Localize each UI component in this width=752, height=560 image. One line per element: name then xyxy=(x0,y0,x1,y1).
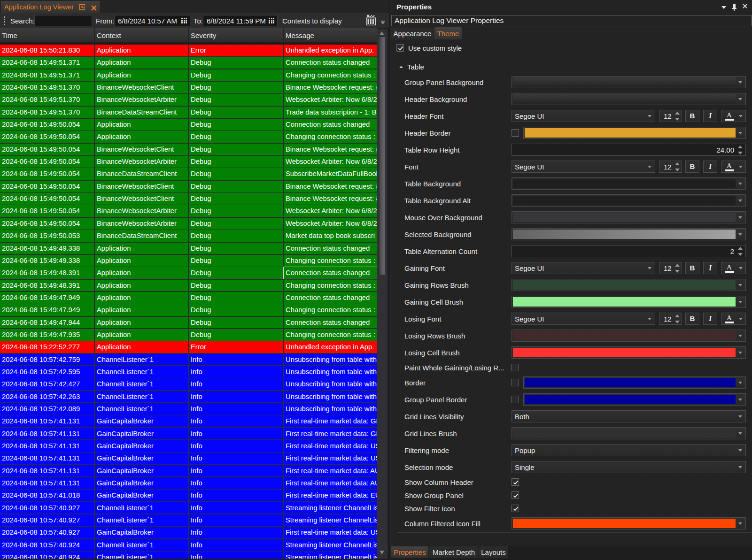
log-row[interactable]: 2024-06-08 15:49:47.935ApplicationDebugC… xyxy=(0,329,378,341)
log-row[interactable]: 2024-06-08 15:49:48.391ApplicationDebugC… xyxy=(0,267,378,279)
toolbar-grip[interactable] xyxy=(4,16,5,26)
log-cell-time[interactable]: 2024-06-08 15:49:49.338 xyxy=(0,255,94,267)
spin-up-icon[interactable] xyxy=(675,264,680,267)
log-row[interactable]: 2024-06-08 10:57:42.089ChannelListener`1… xyxy=(0,403,378,415)
log-cell-severity[interactable]: Info xyxy=(189,378,283,390)
log-cell-context[interactable]: Application xyxy=(95,329,188,341)
calendar-icon[interactable] xyxy=(269,18,274,23)
dropdown-arrow-icon[interactable] xyxy=(739,267,743,269)
log-cell-severity[interactable]: Info xyxy=(189,366,283,378)
spin-up-icon[interactable] xyxy=(675,162,680,165)
scrollbar-thumb[interactable] xyxy=(380,37,385,275)
log-cell-context[interactable]: ChannelListener`1 xyxy=(95,514,188,526)
log-cell-context[interactable]: Application xyxy=(95,255,188,267)
log-cell-time[interactable]: 2024-06-08 10:57:40.924 xyxy=(0,552,94,559)
log-row[interactable]: 2024-06-08 10:57:40.924ChannelListener`1… xyxy=(0,539,378,552)
log-cell-time[interactable]: 2024-06-08 10:57:42.595 xyxy=(0,366,94,378)
log-cell-context[interactable]: Application xyxy=(95,341,188,353)
log-row[interactable]: 2024-06-08 15:49:51.371ApplicationDebugC… xyxy=(0,57,378,69)
pin-icon[interactable] xyxy=(731,4,737,11)
log-cell-message[interactable]: Connection status changed xyxy=(284,119,377,130)
dropdown-arrow-icon[interactable] xyxy=(648,267,651,269)
log-cell-time[interactable]: 2024-06-08 10:57:40.927 xyxy=(0,514,94,526)
log-row[interactable]: 2024-06-08 10:57:42.263ChannelListener`1… xyxy=(0,391,378,403)
dropdown-arrow-icon[interactable] xyxy=(738,199,742,202)
log-cell-context[interactable]: BinanceWebsocketClient xyxy=(95,82,188,93)
log-cell-severity[interactable]: Info xyxy=(189,502,283,514)
log-cell-severity[interactable]: Debug xyxy=(189,280,283,292)
property-checkbox[interactable] xyxy=(512,491,519,499)
brush-editor[interactable] xyxy=(512,279,746,291)
spinner[interactable] xyxy=(675,162,680,171)
brush-checkbox[interactable] xyxy=(512,379,519,386)
log-cell-message[interactable]: Changing connection status : xyxy=(284,255,377,267)
check-editor[interactable] xyxy=(512,491,519,499)
log-cell-time[interactable]: 2024-06-08 10:57:41.131 xyxy=(0,453,94,464)
brush-editor[interactable] xyxy=(512,517,746,529)
log-cell-time[interactable]: 2024-06-08 15:49:50.054 xyxy=(0,131,94,143)
font-size-spinner[interactable]: 12 xyxy=(659,313,682,325)
spin-down-icon[interactable] xyxy=(738,152,743,154)
search-input[interactable] xyxy=(34,15,92,26)
log-cell-time[interactable]: 2024-06-08 15:49:50.054 xyxy=(0,218,94,230)
log-cell-context[interactable]: BinanceWebsocketClient xyxy=(95,144,188,155)
dropdown-arrow-icon[interactable] xyxy=(738,432,742,435)
log-row[interactable]: 2024-06-08 15:49:48.391ApplicationDebugC… xyxy=(0,280,378,292)
dropdown-arrow-icon[interactable] xyxy=(739,115,743,117)
log-cell-context[interactable]: Application xyxy=(95,280,188,292)
vertical-scrollbar[interactable] xyxy=(377,29,388,559)
log-cell-message[interactable]: First real-time market data: EU xyxy=(284,490,377,501)
log-cell-time[interactable]: 2024-06-08 15:49:50.053 xyxy=(0,230,94,242)
font-color-button[interactable]: A xyxy=(721,262,746,274)
log-cell-time[interactable]: 2024-06-08 15:49:50.054 xyxy=(0,205,94,217)
context-columns-icon[interactable] xyxy=(366,15,376,25)
brush-editor[interactable] xyxy=(512,376,746,389)
spin-down-icon[interactable] xyxy=(675,270,680,273)
font-size-spinner[interactable]: 12 xyxy=(659,110,682,122)
log-cell-context[interactable]: Application xyxy=(95,57,188,69)
log-row[interactable]: 2024-06-08 15:49:50.054BinanceWebsocketA… xyxy=(0,218,378,230)
log-cell-context[interactable]: BinanceWebsocketClient xyxy=(95,181,188,192)
log-cell-severity[interactable]: Debug xyxy=(189,243,283,254)
font-editor[interactable]: Segoe UI12BIA xyxy=(512,262,746,274)
log-cell-message[interactable]: First real-time market data: AU xyxy=(284,465,377,477)
log-cell-severity[interactable]: Info xyxy=(189,539,283,551)
column-header-context[interactable]: Context xyxy=(95,28,189,43)
dropdown-arrow-icon[interactable] xyxy=(648,318,651,320)
log-cell-message[interactable]: Websocket Arbiter: Now 6/8/2 xyxy=(284,156,377,168)
log-row[interactable]: 2024-06-08 15:49:50.054ApplicationDebugC… xyxy=(0,131,378,143)
log-cell-severity[interactable]: Debug xyxy=(189,304,283,316)
log-cell-message[interactable]: Market data top book subscri xyxy=(284,230,377,242)
float-window-icon[interactable] xyxy=(79,4,85,10)
brush-well[interactable] xyxy=(512,194,746,207)
brush-well[interactable] xyxy=(512,93,746,105)
italic-button[interactable]: I xyxy=(703,110,717,122)
dropdown-arrow-icon[interactable] xyxy=(739,318,743,320)
log-cell-context[interactable]: BinanceWebsocketClient xyxy=(95,193,188,205)
log-cell-context[interactable]: GainCapitalBroker xyxy=(95,490,188,501)
brush-well[interactable] xyxy=(512,296,746,308)
brush-editor[interactable] xyxy=(512,330,746,342)
spin-down-icon[interactable] xyxy=(738,253,743,256)
bold-button[interactable]: B xyxy=(685,161,699,173)
log-cell-message[interactable]: First real-time market data: GB xyxy=(284,428,377,440)
log-cell-severity[interactable]: Debug xyxy=(189,131,283,143)
log-cell-time[interactable]: 2024-06-08 15:49:51.371 xyxy=(0,69,94,81)
log-cell-message[interactable]: Unsubscribing from table with xyxy=(284,378,377,390)
font-editor[interactable]: Segoe UI12BIA xyxy=(512,313,746,325)
log-cell-severity[interactable]: Info xyxy=(189,440,283,452)
log-cell-severity[interactable]: Error xyxy=(189,341,283,353)
log-cell-time[interactable]: 2024-06-08 10:57:42.089 xyxy=(0,403,94,415)
brush-editor[interactable] xyxy=(512,346,746,359)
log-cell-time[interactable]: 2024-06-08 15:49:47.949 xyxy=(0,304,94,316)
log-cell-message[interactable]: First real-time market data: US xyxy=(284,440,377,452)
log-cell-severity[interactable]: Info xyxy=(189,391,283,403)
combo-editor[interactable]: Both xyxy=(512,410,746,422)
log-cell-context[interactable]: BinanceDataStreamClient xyxy=(95,107,188,118)
log-cell-time[interactable]: 2024-06-08 10:57:40.927 xyxy=(0,502,94,514)
log-cell-severity[interactable]: Info xyxy=(189,465,283,477)
log-cell-context[interactable]: ChannelListener`1 xyxy=(95,552,188,559)
from-date-input[interactable]: 6/8/2024 10:57 AM xyxy=(114,15,190,26)
log-cell-severity[interactable]: Info xyxy=(189,415,283,427)
log-row[interactable]: 2024-06-08 10:57:41.018GainCapitalBroker… xyxy=(0,490,378,502)
